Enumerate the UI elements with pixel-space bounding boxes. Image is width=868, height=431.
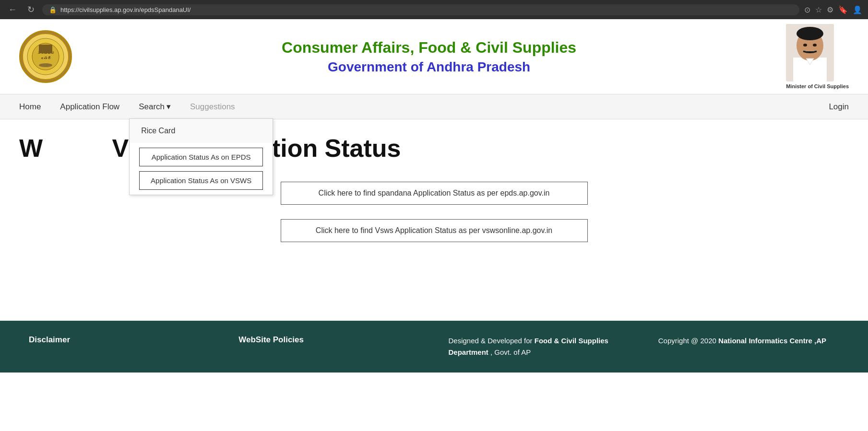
svg-point-11 [803,44,807,47]
designed-suffix: , Govt. of AP [488,348,531,356]
site-footer: Disclaimer WebSite Policies Designed & D… [0,321,868,373]
account-icon[interactable]: 👤 [853,5,862,14]
footer-copyright: Copyright @ 2020 National Informatics Ce… [658,335,839,358]
lock-icon: 🔒 [49,6,57,13]
footer-policies: WebSite Policies [238,335,419,358]
browser-toolbar: ⊙ ☆ ⚙ 🔖 👤 [804,5,862,14]
search-chevron-icon: ▾ [166,102,171,112]
vsws-link-button[interactable]: Click here to find Vsws Application Stat… [281,219,588,242]
site-header: సత్యమేవ జయతే Consumer Affairs, Food & Ci… [0,19,868,94]
copyright-text: Copyright @ 2020 National Informatics Ce… [658,335,839,347]
svg-point-12 [813,44,817,47]
header-center: Consumer Affairs, Food & Civil Supplies … [72,39,786,75]
dropdown-rice-card[interactable]: Rice Card [130,119,273,143]
minister-label: Minister of Civil Supplies [786,83,849,89]
search-dropdown-menu: Rice Card Application Status As on EPDS … [129,118,273,195]
nav-home[interactable]: Home [10,95,50,118]
footer-designed: Designed & Developed for Food & Civil Su… [449,335,630,358]
minister-photo [786,24,834,82]
copyright-prefix: Copyright @ 2020 [658,337,718,345]
designed-prefix: Designed & Developed for [449,337,535,345]
browser-chrome: ← ↻ 🔒 https://civilsupplies.ap.gov.in/ep… [0,0,868,19]
svg-text:జయతే: జయతే [41,56,51,60]
nav-application-flow[interactable]: Application Flow [50,95,129,118]
site-title: Consumer Affairs, Food & Civil Supplies [72,39,786,57]
search-label: Search [139,102,165,112]
copyright-bold: National Informatics Centre ,AP [718,337,826,345]
nav-suggestions: Suggestions [180,95,245,118]
extension-icon[interactable]: ⚙ [827,5,833,14]
designed-text: Designed & Developed for Food & Civil Su… [449,335,630,358]
disclaimer-heading: Disclaimer [29,335,210,345]
page-content: సత్యమేవ జయతే Consumer Affairs, Food & Ci… [0,19,868,373]
svg-rect-6 [39,45,52,53]
star-icon[interactable]: ☆ [815,5,822,14]
dropdown-vsws-button[interactable]: Application Status As on VSWS [139,171,263,190]
minister-area: Minister of Civil Supplies [786,24,849,89]
back-button[interactable]: ← [6,3,19,16]
nav-search[interactable]: Search ▾ [129,95,180,118]
site-subtitle: Government of Andhra Pradesh [72,59,786,75]
svg-point-10 [797,27,823,40]
nav-login[interactable]: Login [819,95,858,118]
url-text: https://civilsupplies.ap.gov.in/epdsSpan… [60,6,190,13]
svg-point-5 [39,63,52,67]
footer-disclaimer: Disclaimer [29,335,210,358]
government-emblem: సత్యమేవ జయతే [19,30,72,83]
logo-area: సత్యమేవ జయతే [19,30,72,83]
policies-heading: WebSite Policies [238,335,419,345]
refresh-button[interactable]: ↻ [24,3,37,16]
dropdown-epds-button[interactable]: Application Status As on EPDS [139,148,263,166]
epds-link-button[interactable]: Click here to find spandana Application … [281,182,588,205]
profile-icon[interactable]: ⊙ [804,5,810,14]
bookmark-icon[interactable]: 🔖 [838,5,848,14]
url-bar[interactable]: 🔒 https://civilsupplies.ap.gov.in/epdsSp… [42,4,799,15]
search-dropdown-container: Search ▾ Rice Card Application Status As… [129,95,180,118]
navigation-bar: Home Application Flow Search ▾ Rice Card… [0,94,868,119]
heading-w: W [19,134,43,162]
